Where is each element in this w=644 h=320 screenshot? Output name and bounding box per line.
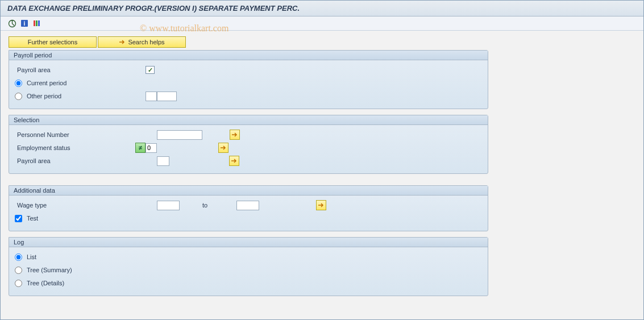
log-list-input[interactable] (15, 253, 22, 261)
test-label: Test (27, 215, 38, 222)
to-label: to (180, 202, 236, 209)
variant-icon[interactable] (32, 19, 41, 28)
app-window: DATA EXCHANGE PRELIMINARY PROGR.(VERSION… (0, 0, 644, 320)
group-selection: Selection Personnel Number Employment st… (9, 115, 488, 174)
further-selections-label: Further selections (28, 39, 77, 45)
group-title-additional-data: Additional data (9, 186, 488, 196)
personnel-number-field[interactable] (157, 130, 202, 140)
sel-payroll-area-multiselect-icon[interactable] (229, 156, 239, 166)
content-area: Further selections Search helps Payroll … (1, 31, 643, 307)
svg-rect-3 (34, 20, 35, 26)
test-checkbox[interactable]: Test (15, 215, 38, 222)
group-log: Log List Tree (Summary) (9, 237, 488, 296)
wage-type-to-field[interactable] (236, 201, 259, 210)
log-tree-details-radio[interactable]: Tree (Details) (15, 280, 64, 287)
other-period-field-1[interactable] (146, 92, 157, 101)
employment-status-multiselect-icon[interactable] (218, 143, 228, 153)
arrow-right-icon (119, 39, 126, 45)
group-title-selection: Selection (9, 115, 488, 125)
further-selections-button[interactable]: Further selections (9, 36, 97, 48)
log-tree-details-input[interactable] (15, 280, 22, 287)
test-checkbox-input[interactable] (15, 215, 22, 222)
current-period-label: Current period (27, 80, 67, 86)
wage-type-label: Wage type (15, 202, 146, 209)
log-tree-summary-input[interactable] (15, 267, 22, 274)
log-tree-summary-radio[interactable]: Tree (Summary) (15, 267, 72, 274)
log-tree-summary-label: Tree (Summary) (27, 267, 72, 273)
group-payroll-period: Payroll period Payroll area Current peri… (9, 50, 488, 109)
execute-icon[interactable] (7, 19, 16, 28)
search-helps-label: Search helps (128, 39, 164, 45)
other-period-input[interactable] (15, 93, 22, 100)
page-title: DATA EXCHANGE PRELIMINARY PROGR.(VERSION… (1, 1, 643, 16)
toolbar: i (1, 16, 643, 31)
svg-rect-4 (36, 20, 38, 26)
personnel-number-label: Personnel Number (15, 131, 146, 138)
payroll-area-indicator[interactable] (146, 66, 155, 74)
search-helps-button[interactable]: Search helps (98, 36, 186, 48)
log-list-label: List (27, 253, 36, 260)
current-period-radio[interactable]: Current period (15, 80, 67, 87)
wage-type-from-field[interactable] (157, 201, 180, 210)
current-period-input[interactable] (15, 80, 22, 87)
personnel-number-multiselect-icon[interactable] (230, 130, 240, 140)
group-additional-data: Additional data Wage type to Te (9, 185, 488, 231)
wage-type-multiselect-icon[interactable] (316, 200, 326, 210)
employment-status-label: Employment status (15, 144, 135, 151)
other-period-label: Other period (27, 93, 61, 99)
employment-status-field[interactable] (146, 143, 157, 153)
log-list-radio[interactable]: List (15, 253, 36, 261)
payroll-area-label: Payroll area (15, 67, 146, 73)
group-title-payroll-period: Payroll period (9, 51, 488, 60)
not-equal-icon[interactable]: ≠ (135, 143, 146, 153)
group-title-log: Log (9, 238, 488, 247)
log-tree-details-label: Tree (Details) (27, 280, 64, 286)
svg-rect-5 (38, 20, 40, 26)
button-bar: Further selections Search helps (9, 36, 635, 48)
info-icon[interactable]: i (20, 19, 29, 28)
svg-text:i: i (24, 20, 26, 27)
sel-payroll-area-label: Payroll area (15, 157, 146, 164)
sel-payroll-area-field[interactable] (157, 156, 169, 166)
other-period-radio[interactable]: Other period (15, 93, 146, 100)
other-period-field-2[interactable] (157, 92, 177, 101)
